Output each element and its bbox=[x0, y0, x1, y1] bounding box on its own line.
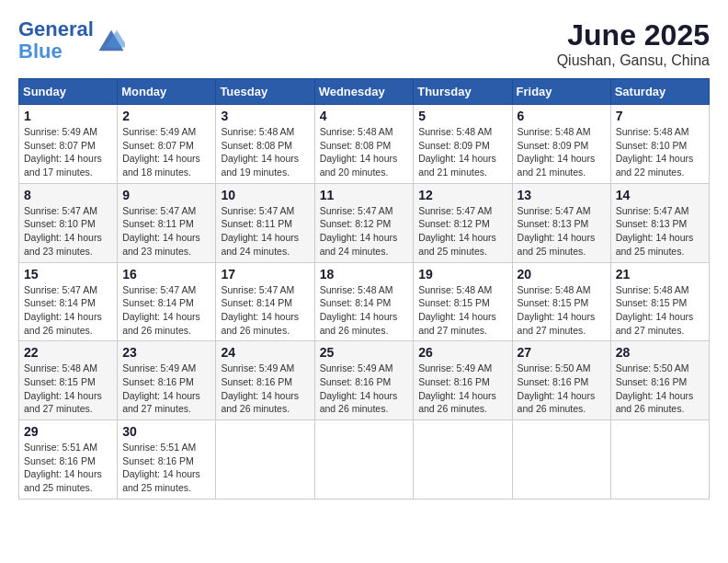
day-info: Sunrise: 5:48 AMSunset: 8:08 PMDaylight:… bbox=[221, 125, 309, 179]
day-info: Sunrise: 5:47 AMSunset: 8:12 PMDaylight:… bbox=[320, 204, 409, 259]
day-number: 10 bbox=[221, 188, 309, 202]
calendar-cell bbox=[414, 420, 512, 500]
day-info: Sunrise: 5:51 AMSunset: 8:16 PMDaylight:… bbox=[24, 441, 112, 495]
day-number: 17 bbox=[221, 267, 309, 282]
day-number: 13 bbox=[518, 188, 606, 202]
calendar-cell: 11Sunrise: 5:47 AMSunset: 8:12 PMDayligh… bbox=[314, 183, 414, 262]
day-number: 30 bbox=[122, 424, 210, 439]
logo-subtext: Blue bbox=[18, 40, 94, 63]
day-info: Sunrise: 5:47 AMSunset: 8:13 PMDaylight:… bbox=[616, 204, 704, 259]
calendar-cell bbox=[610, 420, 709, 500]
day-number: 18 bbox=[320, 267, 409, 282]
calendar-cell: 19Sunrise: 5:48 AMSunset: 8:15 PMDayligh… bbox=[414, 262, 512, 341]
day-info: Sunrise: 5:49 AMSunset: 8:16 PMDaylight:… bbox=[122, 362, 210, 416]
day-info: Sunrise: 5:47 AMSunset: 8:13 PMDaylight:… bbox=[518, 204, 606, 259]
day-info: Sunrise: 5:51 AMSunset: 8:16 PMDaylight:… bbox=[122, 441, 210, 495]
day-number: 16 bbox=[122, 267, 210, 282]
calendar-cell: 26Sunrise: 5:49 AMSunset: 8:16 PMDayligh… bbox=[414, 341, 512, 420]
day-number: 14 bbox=[616, 188, 704, 202]
weekday-tuesday: Tuesday bbox=[216, 79, 314, 105]
location: Qiushan, Gansu, China bbox=[557, 52, 710, 69]
calendar-cell: 25Sunrise: 5:49 AMSunset: 8:16 PMDayligh… bbox=[314, 341, 414, 420]
calendar-week-4: 22Sunrise: 5:48 AMSunset: 8:15 PMDayligh… bbox=[19, 341, 710, 420]
calendar-cell: 10Sunrise: 5:47 AMSunset: 8:11 PMDayligh… bbox=[216, 183, 314, 262]
day-number: 3 bbox=[221, 109, 309, 123]
day-info: Sunrise: 5:49 AMSunset: 8:07 PMDaylight:… bbox=[24, 125, 112, 179]
day-number: 21 bbox=[616, 267, 704, 282]
day-info: Sunrise: 5:50 AMSunset: 8:16 PMDaylight:… bbox=[518, 362, 606, 416]
day-info: Sunrise: 5:49 AMSunset: 8:16 PMDaylight:… bbox=[221, 362, 309, 416]
logo: General Blue bbox=[18, 18, 125, 63]
calendar-cell: 16Sunrise: 5:47 AMSunset: 8:14 PMDayligh… bbox=[118, 262, 216, 341]
calendar-cell bbox=[216, 420, 314, 500]
weekday-header-row: SundayMondayTuesdayWednesdayThursdayFrid… bbox=[19, 79, 710, 105]
calendar-cell: 13Sunrise: 5:47 AMSunset: 8:13 PMDayligh… bbox=[512, 183, 610, 262]
day-number: 12 bbox=[418, 188, 506, 202]
calendar-cell: 6Sunrise: 5:48 AMSunset: 8:09 PMDaylight… bbox=[512, 105, 610, 184]
day-info: Sunrise: 5:47 AMSunset: 8:14 PMDaylight:… bbox=[221, 283, 309, 338]
day-info: Sunrise: 5:48 AMSunset: 8:15 PMDaylight:… bbox=[518, 283, 606, 338]
weekday-wednesday: Wednesday bbox=[314, 79, 414, 105]
day-number: 11 bbox=[320, 188, 409, 202]
day-info: Sunrise: 5:48 AMSunset: 8:08 PMDaylight:… bbox=[320, 125, 409, 179]
weekday-monday: Monday bbox=[118, 79, 216, 105]
day-info: Sunrise: 5:47 AMSunset: 8:11 PMDaylight:… bbox=[221, 204, 309, 259]
calendar-cell: 4Sunrise: 5:48 AMSunset: 8:08 PMDaylight… bbox=[314, 105, 414, 184]
calendar-cell: 9Sunrise: 5:47 AMSunset: 8:11 PMDaylight… bbox=[118, 183, 216, 262]
day-number: 4 bbox=[320, 109, 409, 123]
day-info: Sunrise: 5:48 AMSunset: 8:14 PMDaylight:… bbox=[320, 283, 409, 338]
day-number: 2 bbox=[122, 109, 210, 123]
calendar-cell: 8Sunrise: 5:47 AMSunset: 8:10 PMDaylight… bbox=[19, 183, 118, 262]
day-number: 1 bbox=[24, 109, 112, 123]
calendar-cell: 18Sunrise: 5:48 AMSunset: 8:14 PMDayligh… bbox=[314, 262, 414, 341]
calendar-cell: 22Sunrise: 5:48 AMSunset: 8:15 PMDayligh… bbox=[19, 341, 118, 420]
calendar-cell: 3Sunrise: 5:48 AMSunset: 8:08 PMDaylight… bbox=[216, 105, 314, 184]
weekday-sunday: Sunday bbox=[19, 79, 118, 105]
day-number: 5 bbox=[418, 109, 506, 123]
day-number: 26 bbox=[418, 345, 506, 360]
day-info: Sunrise: 5:48 AMSunset: 8:09 PMDaylight:… bbox=[518, 125, 606, 179]
calendar-cell: 28Sunrise: 5:50 AMSunset: 8:16 PMDayligh… bbox=[610, 341, 709, 420]
day-number: 25 bbox=[320, 345, 409, 360]
calendar-cell bbox=[512, 420, 610, 500]
calendar-body: 1Sunrise: 5:49 AMSunset: 8:07 PMDaylight… bbox=[19, 105, 710, 500]
calendar-cell: 29Sunrise: 5:51 AMSunset: 8:16 PMDayligh… bbox=[19, 420, 118, 500]
calendar-cell: 17Sunrise: 5:47 AMSunset: 8:14 PMDayligh… bbox=[216, 262, 314, 341]
day-info: Sunrise: 5:48 AMSunset: 8:10 PMDaylight:… bbox=[616, 125, 704, 179]
day-number: 29 bbox=[24, 424, 112, 439]
day-info: Sunrise: 5:48 AMSunset: 8:15 PMDaylight:… bbox=[24, 362, 112, 416]
day-number: 9 bbox=[122, 188, 210, 202]
day-info: Sunrise: 5:47 AMSunset: 8:11 PMDaylight:… bbox=[122, 204, 210, 259]
day-number: 20 bbox=[518, 267, 606, 282]
calendar-cell: 2Sunrise: 5:49 AMSunset: 8:07 PMDaylight… bbox=[118, 105, 216, 184]
day-info: Sunrise: 5:49 AMSunset: 8:16 PMDaylight:… bbox=[418, 362, 506, 416]
day-number: 6 bbox=[518, 109, 606, 123]
calendar-table: SundayMondayTuesdayWednesdayThursdayFrid… bbox=[18, 78, 710, 500]
day-info: Sunrise: 5:49 AMSunset: 8:07 PMDaylight:… bbox=[122, 125, 210, 179]
day-info: Sunrise: 5:47 AMSunset: 8:10 PMDaylight:… bbox=[24, 204, 112, 259]
day-number: 8 bbox=[24, 188, 112, 202]
calendar-cell: 7Sunrise: 5:48 AMSunset: 8:10 PMDaylight… bbox=[610, 105, 709, 184]
month-title: June 2025 bbox=[557, 18, 710, 52]
calendar-week-2: 8Sunrise: 5:47 AMSunset: 8:10 PMDaylight… bbox=[19, 183, 710, 262]
calendar-cell: 12Sunrise: 5:47 AMSunset: 8:12 PMDayligh… bbox=[414, 183, 512, 262]
day-number: 15 bbox=[24, 267, 112, 282]
day-number: 19 bbox=[418, 267, 506, 282]
day-info: Sunrise: 5:49 AMSunset: 8:16 PMDaylight:… bbox=[320, 362, 409, 416]
day-info: Sunrise: 5:48 AMSunset: 8:15 PMDaylight:… bbox=[418, 283, 506, 338]
calendar-cell: 23Sunrise: 5:49 AMSunset: 8:16 PMDayligh… bbox=[118, 341, 216, 420]
calendar-cell bbox=[314, 420, 414, 500]
page-header: General Blue June 2025 Qiushan, Gansu, C… bbox=[18, 18, 710, 69]
calendar-cell: 21Sunrise: 5:48 AMSunset: 8:15 PMDayligh… bbox=[610, 262, 709, 341]
day-number: 23 bbox=[122, 345, 210, 360]
day-info: Sunrise: 5:47 AMSunset: 8:12 PMDaylight:… bbox=[418, 204, 506, 259]
calendar-cell: 1Sunrise: 5:49 AMSunset: 8:07 PMDaylight… bbox=[19, 105, 118, 184]
day-number: 22 bbox=[24, 345, 112, 360]
calendar-cell: 20Sunrise: 5:48 AMSunset: 8:15 PMDayligh… bbox=[512, 262, 610, 341]
calendar-week-3: 15Sunrise: 5:47 AMSunset: 8:14 PMDayligh… bbox=[19, 262, 710, 341]
day-number: 27 bbox=[518, 345, 606, 360]
logo-text: General bbox=[18, 18, 94, 40]
day-info: Sunrise: 5:48 AMSunset: 8:15 PMDaylight:… bbox=[616, 283, 704, 338]
weekday-thursday: Thursday bbox=[414, 79, 512, 105]
day-info: Sunrise: 5:47 AMSunset: 8:14 PMDaylight:… bbox=[122, 283, 210, 338]
